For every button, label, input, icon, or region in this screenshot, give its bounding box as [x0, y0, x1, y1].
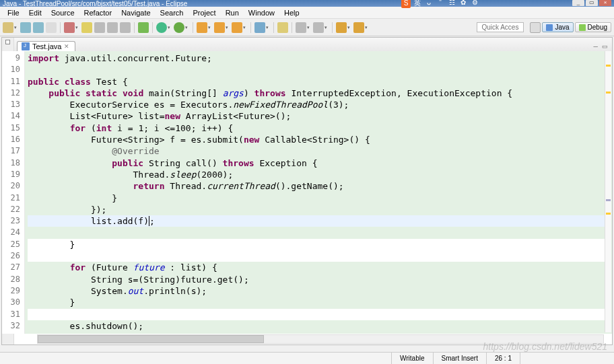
toolbar-icon[interactable]: [107, 22, 118, 33]
tab-filename: Test.java: [32, 42, 61, 50]
tray-icon[interactable]: ☷: [447, 0, 456, 7]
tray-icon[interactable]: ⚙: [470, 0, 479, 7]
forward-icon[interactable]: [353, 22, 364, 33]
debug-icon[interactable]: [64, 22, 75, 33]
save-all-icon[interactable]: [33, 22, 44, 33]
watermark-text: https://blog.csdn.net/lidew521: [483, 341, 607, 352]
status-bar: Writable Smart Insert 26 : 1: [0, 352, 614, 364]
menubar: File Edit Source Refactor Navigate Searc…: [0, 7, 614, 19]
save-icon[interactable]: [20, 22, 31, 33]
editor-area: Test.java ✕ ─ ▭ ▪⊟ ⊟ ⊟ 91011121314151617…: [1, 37, 613, 345]
show-view-icon[interactable]: [5, 40, 10, 44]
tray-icon[interactable]: 英: [413, 0, 422, 7]
editor-tab[interactable]: Test.java ✕: [17, 41, 75, 51]
java-file-icon: [22, 42, 30, 50]
new-package-icon[interactable]: [197, 22, 207, 33]
open-type-icon[interactable]: [254, 22, 265, 33]
line-number-gutter[interactable]: 9101112131415161718192021222324252627282…: [2, 51, 25, 334]
status-insert-mode: Smart Insert: [433, 353, 486, 364]
tray-icon[interactable]: ᴗ: [424, 0, 434, 7]
window-title: Java - TestThreadPool/src/com/bjsxt/test…: [3, 0, 187, 7]
menu-refactor[interactable]: Refactor: [79, 7, 117, 18]
menu-navigate[interactable]: Navigate: [116, 7, 155, 18]
status-cursor-pos: 26 : 1: [486, 353, 520, 364]
menu-project[interactable]: Project: [188, 7, 220, 18]
run-icon[interactable]: [156, 22, 167, 33]
system-tray: S 英 ᴗ " ☷ ✿ ⚙: [401, 0, 479, 7]
print-icon[interactable]: [46, 22, 57, 33]
toolbar-icon[interactable]: [296, 22, 306, 33]
maximize-view-icon[interactable]: ▭: [602, 43, 608, 50]
window-titlebar: Java - TestThreadPool/src/com/bjsxt/test…: [0, 0, 614, 7]
toolbar-icon[interactable]: [120, 22, 131, 33]
tray-icon[interactable]: ✿: [458, 0, 468, 7]
menu-run[interactable]: Run: [221, 7, 244, 18]
status-writable: Writable: [391, 353, 433, 364]
main-toolbar: ▾ ▾ ▾ ▾ ▾ ▾ ▾ ▾ ▾ ▾ ▾ ▾ Java Debug: [0, 19, 614, 36]
maximize-button[interactable]: ▭: [586, 0, 598, 6]
new-icon[interactable]: [3, 22, 13, 33]
menu-help[interactable]: Help: [279, 7, 304, 18]
perspective-java[interactable]: Java: [542, 22, 573, 32]
menu-source[interactable]: Source: [46, 7, 79, 18]
overview-ruler[interactable]: [605, 51, 611, 332]
minimize-button[interactable]: _: [572, 0, 584, 6]
minimize-view-icon[interactable]: ─: [594, 43, 598, 50]
menu-edit[interactable]: Edit: [24, 7, 46, 18]
close-tab-icon[interactable]: ✕: [64, 43, 69, 50]
tray-icon[interactable]: S: [401, 0, 411, 7]
editor-tabbar: Test.java ✕ ─ ▭: [2, 38, 612, 51]
new-class-icon[interactable]: [214, 22, 225, 33]
toolbar-icon[interactable]: [94, 22, 105, 33]
code-editor[interactable]: import java.util.concurrent.Future; publ…: [25, 51, 612, 334]
menu-file[interactable]: File: [3, 7, 24, 18]
quick-access-input[interactable]: [477, 22, 524, 32]
skip-breakpoints-icon[interactable]: [138, 22, 149, 33]
back-icon[interactable]: [336, 22, 347, 33]
open-perspective-icon[interactable]: [530, 22, 541, 33]
search-icon[interactable]: [277, 22, 288, 33]
menu-window[interactable]: Window: [244, 7, 279, 18]
run-external-icon[interactable]: [174, 22, 184, 33]
toolbar-icon[interactable]: [313, 22, 324, 33]
new-folder-icon[interactable]: [232, 22, 242, 33]
close-button[interactable]: ×: [599, 0, 611, 6]
menu-search[interactable]: Search: [156, 7, 189, 18]
tray-icon[interactable]: ": [436, 0, 445, 7]
perspective-debug[interactable]: Debug: [575, 22, 611, 32]
toolbar-icon[interactable]: [81, 22, 92, 33]
